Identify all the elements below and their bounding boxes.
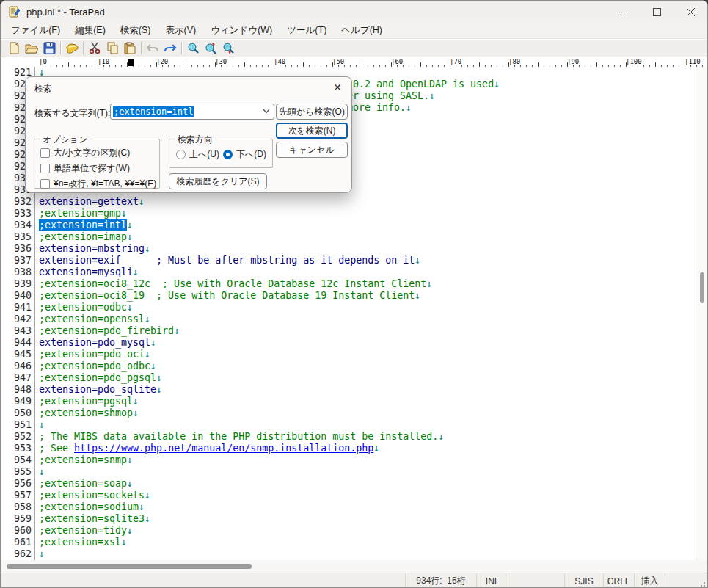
direction-group-label: 検索方向	[175, 134, 215, 146]
code-line[interactable]: 935;extension=imap↓	[1, 231, 696, 243]
status-cell-empty	[665, 573, 697, 588]
code-line[interactable]: 954;extension=snmp↓	[1, 454, 696, 466]
menu-item-search[interactable]: 検索(S)	[113, 23, 158, 38]
code-line[interactable]: 934;extension=intl↓	[1, 219, 696, 231]
code-line[interactable]: 956;extension=soap↓	[1, 478, 696, 490]
new-file-icon[interactable]	[5, 40, 23, 56]
line-number: 960	[1, 525, 35, 537]
menu-item-edit[interactable]: 編集(E)	[67, 23, 113, 38]
ruler-label: |10	[98, 58, 109, 65]
case-sensitive-checkbox-row[interactable]: 大/小文字の区別(C)	[40, 147, 130, 159]
horizontal-scrollbar-thumb[interactable]	[7, 564, 252, 569]
code-line[interactable]: 936extension=mbstring↓	[1, 243, 696, 255]
menu-item-window[interactable]: ウィンドウ(W)	[203, 23, 280, 38]
direction-down-radio[interactable]	[223, 150, 233, 159]
minimize-button[interactable]	[606, 1, 640, 23]
code-line[interactable]: 948extension=pdo_sqlite↓	[1, 384, 696, 396]
paste-icon[interactable]	[121, 40, 139, 56]
case-sensitive-checkbox[interactable]	[40, 148, 50, 158]
menu-item-tools[interactable]: ツール(T)	[280, 23, 334, 38]
code-line[interactable]: 932extension=gettext↓	[1, 196, 696, 208]
code-line[interactable]: 940;extension=oci8_19 ; Use with Oracle …	[1, 290, 696, 302]
line-number: 942	[1, 313, 35, 325]
whole-word-label: 単語単位で探す(W)	[54, 162, 130, 175]
line-content: ;extension=pgsql↓	[35, 396, 139, 407]
newline-mark-icon: ↓	[406, 102, 412, 113]
replace-icon[interactable]	[219, 40, 237, 56]
code-text: ;extension=soap	[39, 478, 127, 489]
direction-down-radio-row[interactable]: 下へ(D)	[223, 148, 266, 161]
code-line[interactable]: 949;extension=pgsql↓	[1, 396, 696, 407]
print-icon[interactable]	[63, 40, 81, 56]
code-line[interactable]: 938extension=mysqli↓	[1, 266, 696, 278]
search-next-icon[interactable]	[202, 40, 219, 56]
code-text: extension=exif ; Must be after mbstring …	[39, 255, 415, 266]
code-line[interactable]: 951↓	[1, 419, 696, 431]
code-line[interactable]: 947;extension=pdo_pgsql↓	[1, 372, 696, 384]
line-number: 934	[1, 219, 35, 231]
line-content: extension=mbstring↓	[35, 243, 150, 255]
resize-grip-icon[interactable]	[697, 573, 707, 588]
newline-mark-icon: ↓	[415, 255, 420, 266]
whole-word-checkbox[interactable]	[40, 164, 50, 173]
code-text: ;extension=sodium	[39, 501, 139, 512]
code-line[interactable]: 953; See https://www.php.net/manual/en/s…	[1, 443, 696, 454]
vertical-scrollbar[interactable]	[696, 67, 707, 560]
code-line[interactable]: 944extension=pdo_mysql↓	[1, 337, 696, 349]
code-line[interactable]: 958;extension=sodium↓	[1, 501, 696, 513]
escape-chars-checkbox-row[interactable]: ¥n=改行, ¥t=TAB, ¥¥=¥(E)	[40, 178, 156, 190]
line-number: 935	[1, 231, 35, 243]
code-line[interactable]: 950;extension=shmop↓	[1, 407, 696, 419]
code-line[interactable]: 942;extension=openssl↓	[1, 313, 696, 325]
options-group-label: オプション	[40, 134, 90, 146]
dialog-close-icon[interactable]: ✕	[333, 81, 342, 93]
vertical-scrollbar-thumb[interactable]	[700, 272, 704, 303]
redo-icon[interactable]	[161, 40, 179, 56]
search-next-button[interactable]: 次を検索(N)	[276, 123, 348, 139]
code-line[interactable]: 960;extension=tidy↓	[1, 525, 696, 537]
code-line[interactable]: 946;extension=pdo_odbc↓	[1, 360, 696, 372]
save-icon[interactable]	[40, 40, 58, 56]
code-line[interactable]: 941;extension=odbc↓	[1, 302, 696, 313]
chevron-down-icon[interactable]	[263, 109, 270, 114]
escape-chars-checkbox[interactable]	[40, 179, 50, 189]
horizontal-scrollbar[interactable]	[1, 560, 707, 573]
maximize-button[interactable]	[640, 1, 674, 23]
menu-item-view[interactable]: 表示(V)	[158, 23, 203, 38]
code-line[interactable]: 952; The MIBS data available in the PHP …	[1, 431, 696, 443]
newline-mark-icon: ↓	[174, 325, 180, 336]
search-from-top-button[interactable]: 先頭から検索(O)	[276, 104, 348, 120]
escape-chars-label: ¥n=改行, ¥t=TAB, ¥¥=¥(E)	[54, 178, 156, 190]
whole-word-checkbox-row[interactable]: 単語単位で探す(W)	[40, 162, 130, 175]
search-icon[interactable]	[184, 40, 202, 56]
code-line[interactable]: 962↓	[1, 548, 696, 560]
direction-up-radio-row[interactable]: 上へ(U)	[176, 148, 219, 161]
search-string-combobox[interactable]: ;extension=intl	[110, 104, 274, 120]
copy-icon[interactable]	[103, 40, 121, 56]
status-line-ending: CRLF	[603, 573, 634, 588]
code-line[interactable]: 961;extension=xsl↓	[1, 537, 696, 548]
code-line[interactable]: 955↓	[1, 466, 696, 478]
menu-item-file[interactable]: ファイル(F)	[4, 23, 67, 38]
close-button[interactable]	[674, 1, 707, 23]
code-line[interactable]: 939;extension=oci8_12c ; Use with Oracle…	[1, 278, 696, 290]
code-line[interactable]: 937extension=exif ; Must be after mbstri…	[1, 255, 696, 266]
cut-icon[interactable]	[86, 40, 103, 56]
undo-icon[interactable]	[144, 40, 161, 56]
code-line[interactable]: 959;extension=sqlite3↓	[1, 513, 696, 525]
clear-search-history-button[interactable]: 検索履歴をクリア(S)	[169, 173, 267, 189]
line-content: ;extension=pdo_firebird↓	[35, 325, 180, 337]
newline-mark-icon: ↓	[150, 337, 156, 348]
code-text: extension=gettext	[39, 196, 139, 207]
newline-mark-icon: ↓	[415, 290, 420, 301]
direction-up-radio[interactable]	[176, 150, 186, 159]
open-file-icon[interactable]	[23, 40, 40, 56]
code-line[interactable]: 945;extension=pdo_oci↓	[1, 349, 696, 360]
cancel-button[interactable]: キャンセル	[276, 142, 348, 158]
line-number: 961	[1, 537, 35, 548]
code-line[interactable]: 933;extension=gmp↓	[1, 208, 696, 219]
link-text[interactable]: https://www.php.net/manual/en/snmp.insta…	[74, 443, 373, 454]
code-line[interactable]: 957;extension=sockets↓	[1, 490, 696, 501]
code-line[interactable]: 943;extension=pdo_firebird↓	[1, 325, 696, 337]
menu-item-help[interactable]: ヘルプ(H)	[334, 23, 390, 38]
